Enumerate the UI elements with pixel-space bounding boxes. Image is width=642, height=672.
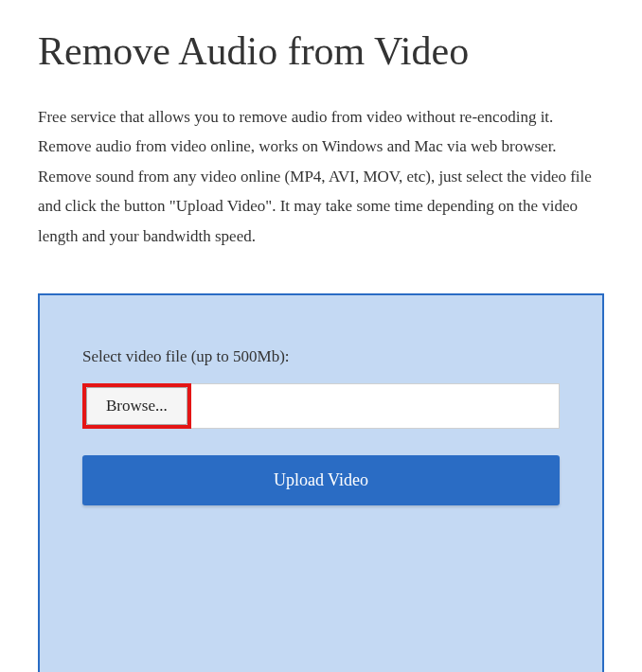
upload-button[interactable]: Upload Video [82, 455, 560, 505]
page-title: Remove Audio from Video [38, 28, 604, 74]
upload-panel: Select video file (up to 500Mb): Browse.… [38, 293, 604, 672]
browse-highlight: Browse... [82, 383, 191, 429]
file-input-row: Browse... [82, 383, 560, 429]
browse-button[interactable]: Browse... [86, 387, 187, 425]
select-file-label: Select video file (up to 500Mb): [82, 347, 560, 366]
page-description: Free service that allows you to remove a… [38, 102, 604, 251]
file-path-input[interactable] [191, 383, 560, 429]
